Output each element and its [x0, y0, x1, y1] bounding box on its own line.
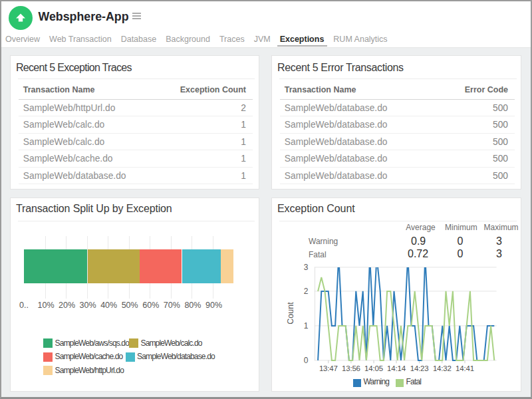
- svg-text:13:47: 13:47: [319, 364, 337, 372]
- svg-text:3: 3: [303, 263, 308, 272]
- svg-text:14:32: 14:32: [432, 364, 451, 372]
- svg-text:0: 0: [303, 356, 308, 365]
- svg-text:2: 2: [303, 287, 308, 296]
- svg-text:14:23: 14:23: [410, 364, 428, 372]
- svg-text:13:56: 13:56: [342, 364, 360, 372]
- svg-text:14:41: 14:41: [456, 364, 474, 372]
- svg-text:1: 1: [303, 321, 308, 331]
- svg-text:14:14: 14:14: [387, 364, 406, 372]
- svg-text:14:05: 14:05: [364, 364, 383, 372]
- svg-text:Count: Count: [285, 302, 295, 325]
